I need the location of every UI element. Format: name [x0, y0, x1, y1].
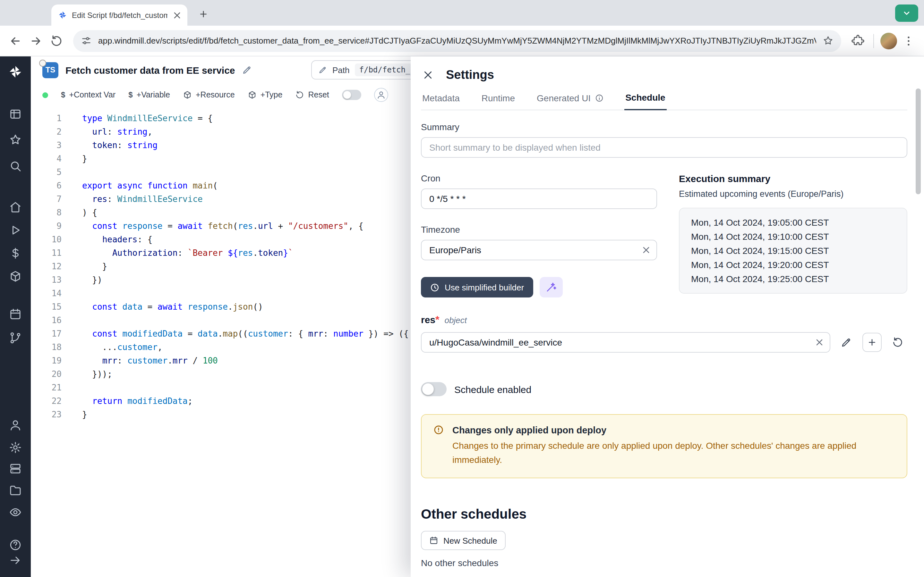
- extensions-icon[interactable]: [849, 32, 867, 50]
- line-number: 20: [31, 367, 61, 381]
- cron-input[interactable]: [421, 189, 657, 209]
- code-line: }: [82, 408, 409, 421]
- variables-icon[interactable]: [9, 247, 22, 259]
- add-variable-button[interactable]: $ +Variable: [128, 90, 170, 99]
- browser-tab-strip: Edit Script f/bd/fetch_custom: [0, 0, 924, 26]
- summary-input[interactable]: [421, 137, 907, 158]
- new-tab-icon[interactable]: [195, 6, 212, 23]
- execution-summary-subtitle: Estimated upcoming events (Europe/Paris): [679, 189, 907, 199]
- runs-icon[interactable]: [9, 224, 22, 237]
- tab-schedule[interactable]: Schedule: [624, 92, 667, 110]
- clear-timezone-icon[interactable]: [641, 245, 651, 255]
- edit-title-pencil-icon[interactable]: [242, 65, 252, 75]
- upcoming-events-list: Mon, 14 Oct 2024, 19:05:00 CESTMon, 14 O…: [679, 208, 907, 293]
- tab-close-icon[interactable]: [172, 10, 182, 20]
- add-resource-button[interactable]: [863, 333, 882, 352]
- path-editor[interactable]: Path f/bd/fetch_: [311, 60, 422, 79]
- cron-label: Cron: [421, 173, 657, 183]
- browser-tab[interactable]: Edit Script f/bd/fetch_custom: [51, 5, 187, 26]
- tab-metadata[interactable]: Metadata: [421, 92, 461, 110]
- audit-logs-icon[interactable]: [9, 506, 22, 519]
- line-number: 17: [31, 327, 61, 340]
- schedule-enabled-toggle[interactable]: [421, 382, 447, 396]
- use-simplified-builder-button[interactable]: Use simplified builder: [421, 277, 533, 298]
- line-number: 6: [31, 179, 61, 192]
- search-icon[interactable]: [9, 160, 22, 172]
- apps-icon[interactable]: [9, 108, 22, 121]
- code-line: return modifiedData;: [82, 394, 409, 408]
- help-icon[interactable]: [9, 538, 22, 551]
- line-number: 1: [31, 111, 61, 125]
- res-label: res: [421, 314, 435, 325]
- user-mode-icon[interactable]: [374, 88, 388, 102]
- settings-tabs: Metadata Runtime Generated UI Schedule: [421, 92, 907, 110]
- dollar-icon: $: [128, 90, 132, 99]
- resources-icon[interactable]: [9, 270, 22, 283]
- url-text: app.windmill.dev/scripts/edit/f/bd/fetch…: [98, 36, 816, 45]
- line-number: 18: [31, 340, 61, 354]
- add-type-button[interactable]: +Type: [248, 90, 283, 99]
- deploy-status-dot: [42, 92, 48, 98]
- code-line: res: WindmillEeService: [82, 192, 409, 206]
- windmill-logo: [8, 64, 23, 79]
- tab-generated-ui[interactable]: Generated UI: [535, 92, 605, 110]
- code-line: type WindmillEeService = {: [82, 111, 409, 125]
- info-icon: [594, 93, 604, 102]
- address-bar[interactable]: app.windmill.dev/scripts/edit/f/bd/fetch…: [73, 30, 841, 52]
- panel-scrollbar[interactable]: [916, 89, 921, 194]
- upcoming-event: Mon, 14 Oct 2024, 19:10:00 CEST: [691, 231, 895, 242]
- code-line: }): [82, 273, 409, 287]
- line-number: 12: [31, 259, 61, 273]
- deploy-warning-body: Changes to the primary schedule are only…: [452, 439, 895, 467]
- line-number: 16: [31, 314, 61, 327]
- close-settings-button[interactable]: [421, 68, 435, 82]
- ai-cron-wand-button[interactable]: [540, 277, 562, 298]
- code-line: }: [82, 259, 409, 273]
- edit-resource-pencil-icon[interactable]: [837, 333, 856, 352]
- user-icon[interactable]: [9, 419, 22, 432]
- code-line: Authorization: `Bearer ${res.token}`: [82, 246, 409, 259]
- flows-icon[interactable]: [9, 332, 22, 344]
- new-schedule-button[interactable]: New Schedule: [421, 531, 506, 550]
- tab-runtime[interactable]: Runtime: [480, 92, 516, 110]
- home-icon[interactable]: [9, 201, 22, 213]
- editor-assistant-toggle[interactable]: [342, 90, 361, 100]
- reload-icon[interactable]: [47, 32, 65, 50]
- refresh-resource-button[interactable]: [888, 333, 907, 352]
- language-badge-ts: TS: [42, 62, 58, 78]
- workers-icon[interactable]: [9, 462, 22, 475]
- reset-button[interactable]: Reset: [295, 90, 329, 99]
- settings-title: Settings: [446, 68, 494, 82]
- code-line: const response = await fetch(res.url + "…: [82, 219, 409, 233]
- line-number: 19: [31, 354, 61, 367]
- path-value: f/bd/fetch_: [355, 63, 415, 76]
- warning-icon: [433, 424, 444, 435]
- calendar-icon: [429, 536, 438, 545]
- refresh-icon: [892, 337, 903, 348]
- code-line: export async function main(: [82, 179, 409, 192]
- share-indicator-button[interactable]: [895, 5, 918, 22]
- profile-avatar[interactable]: [880, 32, 897, 49]
- add-resource-button-toolbar[interactable]: +Resource: [183, 90, 235, 99]
- folders-icon[interactable]: [9, 484, 22, 497]
- code-line: [82, 381, 409, 394]
- bookmark-star-icon[interactable]: [822, 35, 834, 46]
- back-icon[interactable]: [6, 32, 24, 50]
- upcoming-event: Mon, 14 Oct 2024, 19:15:00 CEST: [691, 245, 895, 256]
- edit-path-pencil-icon[interactable]: [318, 65, 327, 74]
- schedules-icon[interactable]: [9, 308, 22, 321]
- site-info-icon[interactable]: [81, 35, 92, 46]
- menu-kebab-icon[interactable]: [900, 32, 918, 50]
- settings-icon[interactable]: [9, 441, 22, 454]
- collapse-sidebar-icon[interactable]: [9, 554, 22, 567]
- add-context-var-button[interactable]: $ +Context Var: [61, 90, 115, 99]
- timezone-input[interactable]: [421, 240, 657, 260]
- clear-res-icon[interactable]: [814, 337, 825, 348]
- line-number: 4: [31, 152, 61, 165]
- forward-icon[interactable]: [27, 32, 45, 50]
- res-field-header: res* object: [421, 314, 907, 326]
- favorites-icon[interactable]: [9, 133, 22, 146]
- schedule-tab-content: Summary Cron Timezone: [421, 122, 907, 568]
- schedule-enabled-row: Schedule enabled: [421, 382, 907, 396]
- res-input[interactable]: [421, 332, 830, 353]
